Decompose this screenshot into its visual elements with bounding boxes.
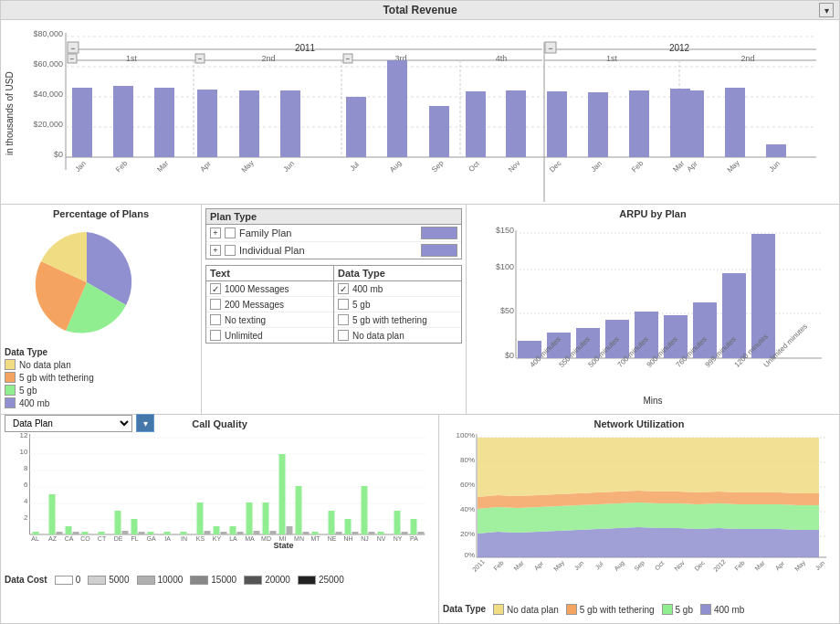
cq-label-25000: 25000 [319,575,344,585]
svg-rect-58 [725,88,745,157]
cq-swatch-25000 [298,576,316,585]
text-data-filter-header: Text Data Type [206,266,461,281]
svg-text:$0: $0 [505,351,514,360]
svg-text:NH: NH [343,535,352,542]
pie-chart-svg [5,223,169,342]
individual-expand-btn[interactable]: + [210,245,221,256]
revenue-collapse-btn[interactable]: ▾ [819,3,834,17]
svg-text:2011: 2011 [295,43,316,53]
svg-text:Feb: Feb [492,559,505,572]
checkbox-1000msg[interactable]: ✓ [210,283,221,294]
text-data-filter-box: Text Data Type ✓ 1000 Messages 200 Messa… [205,265,462,344]
checkbox-200msg[interactable] [210,299,221,310]
nu-label-5gb: 5 gb [676,605,693,615]
family-expand-btn[interactable]: + [210,227,221,238]
nu-label-400mb: 400 mb [714,605,744,615]
svg-text:Apr: Apr [199,159,213,173]
svg-rect-120 [49,494,56,534]
plan-type-filter-box: Plan Type + Family Plan + Individual Pla… [205,208,462,259]
svg-rect-146 [303,532,310,534]
svg-rect-122 [66,526,72,534]
svg-text:−: − [346,55,351,63]
svg-text:80%: 80% [460,456,475,464]
svg-text:Mar: Mar [753,559,766,572]
checkbox-unlimited[interactable] [210,330,221,341]
cq-label-0: 0 [76,575,81,585]
pie-legend-title: Data Type [5,347,197,357]
cq-legend-title: Data Cost [5,575,47,585]
arpu-section: ARPU by Plan $150 $100 $50 $0 [467,205,839,414]
network-util-section: Network Utilization 100% 80% 60% 40% 20%… [439,415,839,623]
svg-rect-54 [588,92,608,157]
svg-text:CA: CA [65,535,74,542]
nu-legend: Data Type No data plan 5 gb with tetheri… [443,604,835,615]
nu-legend-5gb: 5 gb [662,604,693,615]
nu-swatch-5gb [662,604,673,615]
svg-text:PA: PA [410,535,418,542]
label-nodataplan: No data plan [352,331,404,341]
checkbox-5gb-tethering[interactable] [338,314,349,325]
cq-legend-5000: 5000 [88,575,129,585]
svg-rect-177 [369,532,375,534]
svg-rect-130 [148,532,154,534]
svg-text:DE: DE [114,535,123,542]
data-item-nodataplan: No data plan [334,328,461,343]
svg-text:Feb: Feb [630,159,646,175]
svg-text:LA: LA [229,535,237,542]
svg-text:Mar: Mar [155,159,170,174]
nu-label-tethering: 5 gb with tethering [580,605,655,615]
svg-rect-125 [99,532,105,534]
label-5gb: 5 gb [352,300,370,310]
cq-label-20000: 20000 [265,575,290,585]
family-plan-label: Family Plan [239,227,291,238]
svg-text:Oct: Oct [654,560,666,572]
nu-swatch-nodataplan [493,604,504,615]
svg-rect-142 [270,531,277,534]
svg-text:MN: MN [294,535,304,542]
cq-legend-15000: 15000 [190,575,236,585]
text-item-unlimited: Unlimited [206,328,333,343]
family-plan-color [421,227,457,239]
checkbox-nodataplan[interactable] [338,330,349,341]
svg-rect-127 [122,531,129,534]
cq-label-10000: 10000 [158,575,184,585]
svg-text:Oct: Oct [467,159,482,174]
svg-rect-139 [247,502,253,534]
individual-plan-label: Individual Plan [239,245,305,256]
text-item-notexting: No texting [206,312,333,328]
svg-text:$20,000: $20,000 [33,120,63,129]
checkbox-5gb[interactable] [338,299,349,310]
legend-item-400mb: 400 mb [5,397,197,408]
cq-legend-10000: 10000 [137,575,184,585]
nu-swatch-400mb [700,604,711,615]
svg-text:IA: IA [164,535,171,542]
revenue-chart-area: in thousands of USD $80,000 $60,000 $40,… [1,20,839,204]
cq-swatch-20000 [244,576,262,585]
svg-text:Apr: Apr [774,559,787,572]
svg-text:AZ: AZ [48,535,58,542]
svg-text:Jul: Jul [593,560,604,571]
checkbox-400mb[interactable]: ✓ [338,283,349,294]
svg-rect-148 [329,511,335,534]
svg-text:−: − [70,44,75,53]
middle-section: Percentage of Plans Data Type No data pl… [1,205,839,415]
svg-text:CT: CT [98,535,107,542]
nu-svg: 100% 80% 60% 40% 20% 0% [443,429,835,598]
svg-text:KS: KS [196,535,205,542]
svg-rect-181 [411,519,417,534]
cq-label-5000: 5000 [109,575,129,585]
svg-text:Dec: Dec [548,159,562,174]
text-data-filter-rows: ✓ 1000 Messages 200 Messages No texting [206,281,461,343]
family-checkbox[interactable] [225,227,236,238]
svg-rect-123 [73,532,79,534]
data-item-400mb: ✓ 400 mb [334,281,461,297]
individual-checkbox[interactable] [225,245,236,256]
svg-text:NE: NE [328,535,337,542]
revenue-section: Total Revenue ▾ in thousands of USD $80,… [1,1,839,205]
svg-rect-44 [154,88,174,157]
legend-label-nodataplan: No data plan [19,360,71,370]
svg-rect-135 [214,526,220,534]
text-filter-right-col: ✓ 400 mb 5 gb 5 gb with tethering [334,281,461,343]
checkbox-notexting[interactable] [210,314,221,325]
svg-text:State: State [273,541,293,550]
